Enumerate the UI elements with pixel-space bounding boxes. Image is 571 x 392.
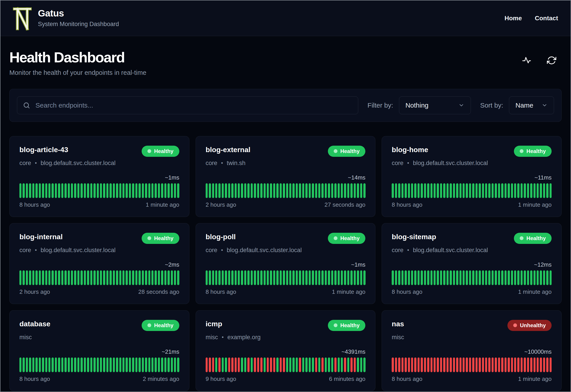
health-bar[interactable] <box>302 183 304 198</box>
health-bar[interactable] <box>309 357 311 372</box>
health-bar[interactable] <box>527 183 529 198</box>
health-bar[interactable] <box>257 183 259 198</box>
nav-link-home[interactable]: Home <box>505 15 522 22</box>
endpoint-card[interactable]: icmp Healthy misc • example.org ~4391ms … <box>195 310 376 391</box>
health-bar[interactable] <box>485 270 487 285</box>
health-bar[interactable] <box>456 183 458 198</box>
health-bar[interactable] <box>119 183 121 198</box>
health-bar[interactable] <box>315 357 317 372</box>
health-bar[interactable] <box>212 183 214 198</box>
health-bar[interactable] <box>447 270 449 285</box>
health-bar[interactable] <box>550 270 552 285</box>
health-bar[interactable] <box>325 357 327 372</box>
health-bar[interactable] <box>106 357 108 372</box>
health-bar[interactable] <box>100 357 102 372</box>
health-bar[interactable] <box>459 183 462 198</box>
health-bar[interactable] <box>450 270 452 285</box>
health-bar[interactable] <box>456 270 458 285</box>
health-bar[interactable] <box>138 183 140 198</box>
health-bar[interactable] <box>350 183 352 198</box>
health-bar[interactable] <box>344 183 346 198</box>
health-bar[interactable] <box>354 357 356 372</box>
health-bar[interactable] <box>286 357 288 372</box>
health-bar[interactable] <box>360 183 362 198</box>
health-bar[interactable] <box>431 357 433 372</box>
health-bar[interactable] <box>482 183 484 198</box>
health-bar[interactable] <box>312 183 314 198</box>
health-bar[interactable] <box>228 270 230 285</box>
health-bar[interactable] <box>280 183 282 198</box>
health-bar[interactable] <box>501 357 503 372</box>
health-bar[interactable] <box>244 270 246 285</box>
health-bar[interactable] <box>431 183 433 198</box>
health-bar[interactable] <box>360 357 362 372</box>
health-bar[interactable] <box>35 270 37 285</box>
health-bar[interactable] <box>325 183 327 198</box>
health-bar[interactable] <box>215 357 217 372</box>
health-bar[interactable] <box>524 183 526 198</box>
health-bar[interactable] <box>74 183 76 198</box>
health-bar[interactable] <box>206 357 208 372</box>
health-bar[interactable] <box>45 183 47 198</box>
health-bar[interactable] <box>514 270 516 285</box>
health-bar[interactable] <box>129 183 131 198</box>
health-bar[interactable] <box>350 357 352 372</box>
health-bar[interactable] <box>315 270 317 285</box>
health-bar[interactable] <box>488 270 490 285</box>
health-bar[interactable] <box>296 183 298 198</box>
health-bar[interactable] <box>109 270 112 285</box>
health-bar[interactable] <box>443 270 445 285</box>
health-bar[interactable] <box>363 357 365 372</box>
health-bar[interactable] <box>45 270 47 285</box>
health-bar[interactable] <box>19 183 21 198</box>
health-bar[interactable] <box>42 270 44 285</box>
health-bar[interactable] <box>440 357 442 372</box>
health-bar[interactable] <box>171 357 173 372</box>
health-bar[interactable] <box>145 183 147 198</box>
health-bar[interactable] <box>225 183 227 198</box>
health-bar[interactable] <box>61 183 63 198</box>
health-bar[interactable] <box>222 183 224 198</box>
health-bar[interactable] <box>218 270 220 285</box>
health-bar[interactable] <box>456 357 458 372</box>
health-bar[interactable] <box>437 357 439 372</box>
health-bar[interactable] <box>167 183 169 198</box>
health-bar[interactable] <box>508 183 510 198</box>
health-bar[interactable] <box>273 357 275 372</box>
health-bar[interactable] <box>292 357 294 372</box>
health-bar[interactable] <box>498 183 500 198</box>
health-bar[interactable] <box>411 270 413 285</box>
health-bar[interactable] <box>505 270 507 285</box>
health-bar[interactable] <box>334 183 336 198</box>
health-bar[interactable] <box>472 270 474 285</box>
search-input[interactable] <box>35 101 352 109</box>
health-bar[interactable] <box>299 183 301 198</box>
health-bar[interactable] <box>267 357 269 372</box>
health-bar[interactable] <box>235 357 237 372</box>
health-bar[interactable] <box>222 357 224 372</box>
health-bar[interactable] <box>55 270 57 285</box>
health-bar[interactable] <box>71 270 73 285</box>
health-bar[interactable] <box>132 270 134 285</box>
health-bar[interactable] <box>418 357 420 372</box>
health-bar[interactable] <box>68 270 70 285</box>
health-bar[interactable] <box>318 357 320 372</box>
health-bar[interactable] <box>161 357 163 372</box>
endpoint-card[interactable]: nas Unhealthy misc ~10000ms 8 hours ago … <box>382 310 562 391</box>
health-bar[interactable] <box>26 270 28 285</box>
health-bar[interactable] <box>302 357 304 372</box>
health-bar[interactable] <box>437 183 439 198</box>
health-bar[interactable] <box>148 270 150 285</box>
health-bar[interactable] <box>109 357 112 372</box>
health-bar[interactable] <box>363 270 365 285</box>
health-bar[interactable] <box>482 357 484 372</box>
health-bar[interactable] <box>206 270 208 285</box>
health-bar[interactable] <box>254 270 256 285</box>
health-bar[interactable] <box>492 270 494 285</box>
health-bar[interactable] <box>251 183 253 198</box>
health-bar[interactable] <box>283 357 285 372</box>
health-bar[interactable] <box>524 270 526 285</box>
health-bar[interactable] <box>540 357 542 372</box>
health-bar[interactable] <box>247 357 249 372</box>
health-bar[interactable] <box>534 357 536 372</box>
